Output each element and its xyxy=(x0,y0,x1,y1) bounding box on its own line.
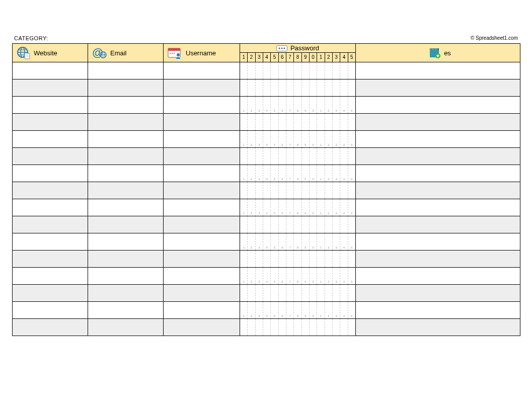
password-digit: 3 xyxy=(333,53,340,62)
notes-cell[interactable] xyxy=(356,216,520,233)
notes-cell[interactable] xyxy=(356,319,520,336)
cell[interactable] xyxy=(164,79,240,97)
cell[interactable] xyxy=(13,148,88,165)
table-row xyxy=(13,114,520,131)
table-row xyxy=(13,216,520,233)
password-digit: 3 xyxy=(256,53,263,62)
notes-cell[interactable] xyxy=(356,148,520,165)
notes-cell[interactable] xyxy=(356,233,520,251)
cell[interactable] xyxy=(13,285,88,302)
cell[interactable] xyxy=(88,251,164,268)
notes-cell[interactable] xyxy=(356,62,520,79)
cell[interactable] xyxy=(88,131,164,148)
password-cell[interactable] xyxy=(240,302,356,319)
cell[interactable] xyxy=(13,182,88,199)
cell[interactable] xyxy=(164,62,240,79)
cell[interactable] xyxy=(164,302,240,319)
cell[interactable] xyxy=(164,233,240,251)
notes-cell[interactable] xyxy=(356,268,520,285)
notes-cell[interactable] xyxy=(356,302,520,319)
cell[interactable] xyxy=(13,216,88,233)
cell[interactable] xyxy=(13,199,88,216)
cell[interactable] xyxy=(13,131,88,148)
cell[interactable] xyxy=(164,199,240,216)
password-cell[interactable] xyxy=(240,62,356,79)
cell[interactable] xyxy=(13,268,88,285)
cell[interactable] xyxy=(13,79,88,97)
notes-cell[interactable] xyxy=(356,79,520,97)
password-cell[interactable] xyxy=(240,199,356,216)
cell[interactable] xyxy=(13,114,88,131)
cell[interactable] xyxy=(88,319,164,336)
password-digit: 4 xyxy=(340,53,348,62)
password-digit: 2 xyxy=(248,53,255,62)
cell[interactable] xyxy=(164,97,240,114)
cell[interactable] xyxy=(13,251,88,268)
cell[interactable] xyxy=(13,233,88,251)
svg-point-14 xyxy=(170,53,171,54)
cell[interactable] xyxy=(88,62,164,79)
cell[interactable] xyxy=(88,233,164,251)
table-row xyxy=(13,97,520,114)
cell[interactable] xyxy=(164,165,240,182)
cell[interactable] xyxy=(88,216,164,233)
password-cell[interactable] xyxy=(240,165,356,182)
table-row xyxy=(13,285,520,302)
cell[interactable] xyxy=(164,285,240,302)
cell[interactable] xyxy=(88,268,164,285)
cell[interactable] xyxy=(164,182,240,199)
cell[interactable] xyxy=(88,199,164,216)
cell[interactable] xyxy=(88,182,164,199)
password-cell[interactable] xyxy=(240,216,356,233)
cell[interactable] xyxy=(88,285,164,302)
cell[interactable] xyxy=(164,251,240,268)
notes-cell[interactable] xyxy=(356,165,520,182)
cell[interactable] xyxy=(88,148,164,165)
cell[interactable] xyxy=(13,165,88,182)
notes-cell[interactable] xyxy=(356,182,520,199)
cell[interactable] xyxy=(164,319,240,336)
password-cell[interactable] xyxy=(240,148,356,165)
notes-cell[interactable] xyxy=(356,199,520,216)
notes-cell[interactable] xyxy=(356,251,520,268)
notes-cell[interactable] xyxy=(356,131,520,148)
header-username-label: Username xyxy=(186,49,216,57)
cell[interactable] xyxy=(164,216,240,233)
password-digit: 1 xyxy=(240,53,248,62)
cell[interactable] xyxy=(13,319,88,336)
password-cell[interactable] xyxy=(240,233,356,251)
password-cell[interactable] xyxy=(240,319,356,336)
header-username: Username xyxy=(164,44,240,62)
notes-cell[interactable] xyxy=(356,114,520,131)
cell[interactable] xyxy=(88,165,164,182)
password-cell[interactable] xyxy=(240,268,356,285)
password-sheet: CATEGORY: © Spreadsheet1.com xyxy=(12,35,520,336)
password-cell[interactable] xyxy=(240,131,356,148)
cell[interactable] xyxy=(13,62,88,79)
cell[interactable] xyxy=(164,114,240,131)
cell[interactable] xyxy=(164,148,240,165)
password-cell[interactable] xyxy=(240,251,356,268)
password-cell[interactable] xyxy=(240,182,356,199)
header-website-label: Website xyxy=(34,49,57,57)
table-row xyxy=(13,148,520,165)
password-cell[interactable] xyxy=(240,79,356,97)
password-cell[interactable] xyxy=(240,114,356,131)
cell[interactable] xyxy=(13,97,88,114)
cell[interactable] xyxy=(13,302,88,319)
password-digit: 5 xyxy=(348,53,355,62)
notes-cell[interactable] xyxy=(356,285,520,302)
cell[interactable] xyxy=(164,131,240,148)
password-cell[interactable] xyxy=(240,97,356,114)
cell[interactable] xyxy=(88,79,164,97)
notes-cell[interactable] xyxy=(356,97,520,114)
svg-point-15 xyxy=(172,53,173,54)
cell[interactable] xyxy=(88,97,164,114)
password-digit: 6 xyxy=(279,53,286,62)
password-cell[interactable] xyxy=(240,285,356,302)
cell[interactable] xyxy=(88,114,164,131)
header-password-label: Password xyxy=(290,44,319,52)
header-notes-label: es xyxy=(444,49,451,57)
cell[interactable] xyxy=(88,302,164,319)
cell[interactable] xyxy=(164,268,240,285)
